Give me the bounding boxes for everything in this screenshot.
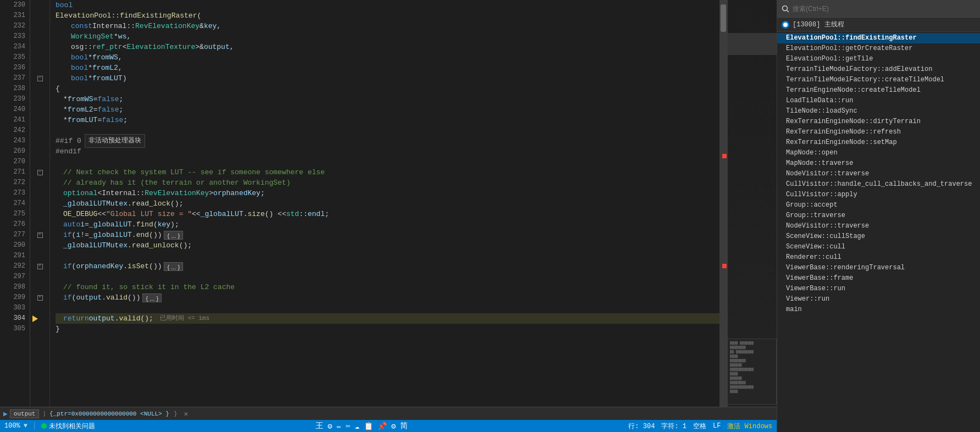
svg-point-2 [783, 23, 788, 27]
icon-settings[interactable]: ⚙ [328, 422, 332, 431]
stack-item-13[interactable]: NodeVisitor::traverse [777, 169, 980, 179]
status-spaces: 空格 [693, 422, 706, 431]
code-line-298: // found it, so stick it in the L2 cache [56, 282, 719, 292]
code-scroll: 230 231 232 233 234 235 236 237 238 239 … [0, 0, 777, 407]
stack-item-0[interactable]: ElevationPool::findExistingRaster [777, 33, 980, 43]
code-line-277: if (i != _globalLUT.end()) { ... } [56, 230, 719, 240]
status-position: 行: 304 [628, 422, 655, 431]
status-encoding: LF [713, 422, 721, 430]
stack-item-11[interactable]: MapNode::open [777, 148, 980, 158]
stack-item-5[interactable]: TerrainEngineNode::createTileModel [777, 85, 980, 96]
code-line-240: *fromL2 = false; [56, 104, 719, 115]
code-line-234: osg::ref_ptr<ElevationTexture>& output, [56, 42, 719, 52]
code-line-241: *fromLUT = false; [56, 115, 719, 125]
code-line-231: ElevationPool::findExistingRaster( [56, 10, 719, 21]
collapse-block-btn-292[interactable]: { ... } [164, 262, 183, 271]
collapse-block-btn-299[interactable]: { ... } [142, 293, 162, 302]
stack-item-9[interactable]: RexTerrainEngineNode::refresh [777, 127, 980, 137]
code-line-238: { [56, 84, 719, 94]
stack-item-6[interactable]: LoadTileData::run [777, 96, 980, 106]
stack-item-18[interactable]: NodeVisitor::traverse [777, 221, 980, 231]
stack-item-26[interactable]: main [777, 304, 980, 315]
toolbar-icons: 王 ⚙ ✏ ✂ ☁ 📋 📌 ⚙ 简 [315, 421, 408, 431]
main-container: 230 231 232 233 234 235 236 237 238 239 … [0, 0, 980, 432]
icon-jian[interactable]: 简 [400, 421, 408, 431]
error-indicator [722, 154, 727, 158]
icon-cloud[interactable]: ☁ [355, 422, 359, 431]
stack-item-7[interactable]: TileNode::loadSync [777, 106, 980, 117]
code-line-269: #endif [56, 146, 719, 157]
code-line-230: bool [56, 0, 719, 10]
debug-output-value: {_ptr=0x0000000000000000 <NULL> } [49, 411, 169, 417]
icon-wang[interactable]: 王 [315, 421, 323, 431]
error-indicator-2 [722, 264, 727, 268]
stack-item-24[interactable]: ViewerBase::run [777, 284, 980, 294]
search-icon [782, 5, 789, 13]
stack-item-12[interactable]: MapNode::traverse [777, 158, 980, 169]
code-line-237: bool* fromLUT) [56, 73, 719, 84]
code-line-273: optional<Internal::RevElevationKey> orph… [56, 188, 719, 198]
stack-item-19[interactable]: SceneView::cullStage [777, 231, 980, 242]
stack-item-17[interactable]: Group::traverse [777, 211, 980, 221]
minimap-preview [728, 0, 777, 407]
code-line-299: if (output.valid()) { ... } [56, 292, 719, 303]
code-line-274: _globalLUTMutex.read_lock(); [56, 198, 719, 209]
scrollbar-thumb[interactable] [721, 4, 726, 32]
icon-pin[interactable]: 📌 [378, 422, 387, 431]
status-zoom: 100% ▼ [4, 422, 27, 430]
timing-hint: 已用时间 <= 1ms [160, 313, 209, 324]
icon-edit[interactable]: ✏ [337, 422, 341, 431]
debug-output-label: output [10, 409, 40, 418]
stack-item-4[interactable]: TerrainTileModelFactory::createTileModel [777, 75, 980, 85]
debug-bar: ▶ output | {_ptr=0x0000000000000000 <NUL… [0, 407, 777, 420]
code-line-304: return output.valid(); 已用时间 <= 1ms [56, 313, 719, 324]
code-line-292: if (orphanedKey.isSet()) { ... } [56, 261, 719, 272]
stack-item-14[interactable]: CullVisitor::handle_cull_callbacks_and_t… [777, 179, 980, 190]
collapse-icon-3[interactable]: + [37, 232, 43, 238]
icon-clipboard[interactable]: 📋 [364, 422, 373, 431]
minimap [727, 0, 777, 407]
stack-item-8[interactable]: RexTerrainEngineNode::dirtyTerrain [777, 117, 980, 127]
svg-line-1 [787, 10, 789, 12]
stack-item-25[interactable]: Viewer::run [777, 294, 980, 304]
code-line-270 [56, 157, 719, 167]
stack-item-16[interactable]: Group::accept [777, 200, 980, 211]
current-line-arrow [32, 315, 38, 322]
collapse-block-btn-277[interactable]: { ... } [164, 231, 183, 240]
collapse-icon[interactable]: − [37, 76, 43, 81]
stack-item-2[interactable]: ElevationPool::getTile [777, 54, 980, 64]
stack-item-23[interactable]: ViewerBase::frame [777, 273, 980, 284]
code-line-236: bool* fromL2, [56, 63, 719, 73]
debug-close-btn[interactable]: ✕ [184, 409, 189, 418]
stack-item-1[interactable]: ElevationPool::getOrCreateRaster [777, 43, 980, 54]
stack-item-21[interactable]: Renderer::cull [777, 252, 980, 263]
code-line-271: // Next check the system LUT -- see if s… [56, 167, 719, 178]
code-line-272: // already has it (the terrain or anothe… [56, 178, 719, 188]
callstack-list[interactable]: ElevationPool::findExistingRaster Elevat… [777, 32, 980, 432]
collapse-icon-5[interactable]: + [37, 295, 43, 301]
stack-item-3[interactable]: TerrainTileModelFactory::addElevation [777, 64, 980, 75]
collapse-icon-2[interactable]: − [37, 170, 43, 175]
code-line-305: } [56, 324, 719, 334]
collapse-icon-4[interactable]: + [37, 264, 43, 269]
status-col: 字符: 1 [661, 422, 686, 431]
editor-scrollbar[interactable] [719, 0, 727, 407]
stack-item-10[interactable]: RexTerrainEngineNode::setMap [777, 137, 980, 148]
search-input[interactable] [793, 5, 976, 13]
editor-area: 230 231 232 233 234 235 236 237 238 239 … [0, 0, 777, 432]
stack-item-20[interactable]: SceneView::cull [777, 242, 980, 252]
gutter: − − + + + [30, 0, 50, 407]
code-content: bool ElevationPool::findExistingRaster( … [50, 0, 719, 407]
svg-point-0 [783, 5, 788, 10]
code-line-242 [56, 125, 719, 136]
icon-cut[interactable]: ✂ [346, 422, 350, 431]
code-line-290: _globalLUTMutex.read_unlock(); [56, 240, 719, 251]
stack-item-22[interactable]: ViewerBase::renderingTraversal [777, 263, 980, 273]
activate-windows: 激活 Windows [727, 422, 772, 431]
thread-icon [782, 21, 789, 29]
minimap-viewport [728, 33, 777, 55]
code-line-276: auto i = _globalLUT.find(key); [56, 219, 719, 230]
line-numbers: 230 231 232 233 234 235 236 237 238 239 … [0, 0, 30, 407]
stack-item-15[interactable]: CullVisitor::apply [777, 190, 980, 200]
icon-gear2[interactable]: ⚙ [391, 422, 396, 431]
